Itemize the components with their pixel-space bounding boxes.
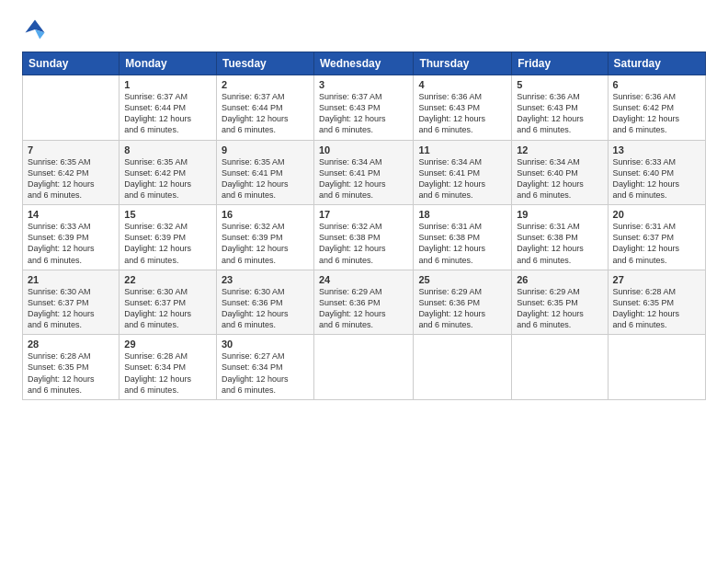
calendar-cell: 10Sunrise: 6:34 AM Sunset: 6:41 PM Dayli… [313,140,413,205]
calendar-cell: 7Sunrise: 6:35 AM Sunset: 6:42 PM Daylig… [23,140,119,205]
calendar-cell [23,75,119,141]
day-info: Sunrise: 6:30 AM Sunset: 6:37 PM Dayligh… [124,286,211,331]
calendar-cell: 6Sunrise: 6:36 AM Sunset: 6:42 PM Daylig… [608,75,705,141]
day-number: 25 [418,274,506,285]
calendar-header-row: SundayMondayTuesdayWednesdayThursdayFrid… [23,52,706,75]
logo [22,17,51,42]
day-info: Sunrise: 6:36 AM Sunset: 6:43 PM Dayligh… [517,91,602,136]
day-number: 29 [124,339,211,350]
calendar-cell: 26Sunrise: 6:29 AM Sunset: 6:35 PM Dayli… [512,270,608,335]
day-number: 21 [28,274,114,285]
calendar-day-header: Saturday [608,52,705,75]
day-number: 11 [418,144,506,155]
day-number: 19 [517,209,602,220]
calendar-day-header: Tuesday [216,52,313,75]
calendar-cell: 3Sunrise: 6:37 AM Sunset: 6:43 PM Daylig… [313,75,413,141]
day-number: 1 [124,79,211,90]
calendar-cell: 21Sunrise: 6:30 AM Sunset: 6:37 PM Dayli… [23,270,119,335]
calendar-cell: 22Sunrise: 6:30 AM Sunset: 6:37 PM Dayli… [119,270,217,335]
day-info: Sunrise: 6:28 AM Sunset: 6:35 PM Dayligh… [28,350,114,396]
calendar-cell: 30Sunrise: 6:27 AM Sunset: 6:34 PM Dayli… [216,335,313,400]
calendar-week-row: 1Sunrise: 6:37 AM Sunset: 6:44 PM Daylig… [23,75,706,141]
day-number: 8 [124,144,211,155]
calendar-day-header: Wednesday [313,52,413,75]
header [22,17,706,42]
calendar-week-row: 14Sunrise: 6:33 AM Sunset: 6:39 PM Dayli… [23,205,706,270]
day-number: 26 [517,274,602,285]
calendar-cell: 14Sunrise: 6:33 AM Sunset: 6:39 PM Dayli… [23,205,119,270]
calendar-cell: 18Sunrise: 6:31 AM Sunset: 6:38 PM Dayli… [414,205,512,270]
day-number: 4 [418,79,506,90]
day-number: 27 [613,274,700,285]
day-number: 18 [418,209,506,220]
calendar-day-header: Sunday [23,52,119,75]
calendar-cell: 4Sunrise: 6:36 AM Sunset: 6:43 PM Daylig… [414,75,512,141]
day-info: Sunrise: 6:29 AM Sunset: 6:36 PM Dayligh… [418,286,506,331]
calendar-cell: 25Sunrise: 6:29 AM Sunset: 6:36 PM Dayli… [414,270,512,335]
day-info: Sunrise: 6:37 AM Sunset: 6:44 PM Dayligh… [222,91,309,136]
day-info: Sunrise: 6:34 AM Sunset: 6:40 PM Dayligh… [517,156,602,201]
calendar-cell: 13Sunrise: 6:33 AM Sunset: 6:40 PM Dayli… [608,140,705,205]
calendar-cell: 19Sunrise: 6:31 AM Sunset: 6:38 PM Dayli… [512,205,608,270]
day-info: Sunrise: 6:35 AM Sunset: 6:41 PM Dayligh… [222,156,309,201]
calendar-cell: 8Sunrise: 6:35 AM Sunset: 6:42 PM Daylig… [119,140,217,205]
day-info: Sunrise: 6:37 AM Sunset: 6:43 PM Dayligh… [319,91,408,136]
day-number: 5 [517,79,602,90]
day-number: 12 [517,144,602,155]
calendar-cell [512,335,608,400]
calendar-cell: 28Sunrise: 6:28 AM Sunset: 6:35 PM Dayli… [23,335,119,400]
day-number: 15 [124,209,211,220]
page: SundayMondayTuesdayWednesdayThursdayFrid… [0,0,728,563]
calendar-cell [608,335,705,400]
calendar-cell: 9Sunrise: 6:35 AM Sunset: 6:41 PM Daylig… [216,140,313,205]
calendar-day-header: Thursday [414,52,512,75]
day-number: 14 [28,209,114,220]
day-number: 7 [28,144,114,155]
day-number: 24 [319,274,408,285]
day-number: 3 [319,79,408,90]
day-number: 23 [222,274,309,285]
day-info: Sunrise: 6:30 AM Sunset: 6:36 PM Dayligh… [222,286,309,331]
calendar-cell [313,335,413,400]
day-number: 16 [222,209,309,220]
day-number: 20 [613,209,700,220]
calendar-cell: 17Sunrise: 6:32 AM Sunset: 6:38 PM Dayli… [313,205,413,270]
calendar: SundayMondayTuesdayWednesdayThursdayFrid… [22,52,706,400]
calendar-week-row: 28Sunrise: 6:28 AM Sunset: 6:35 PM Dayli… [23,335,706,400]
calendar-cell: 29Sunrise: 6:28 AM Sunset: 6:34 PM Dayli… [119,335,217,400]
day-info: Sunrise: 6:28 AM Sunset: 6:34 PM Dayligh… [124,350,211,396]
day-info: Sunrise: 6:27 AM Sunset: 6:34 PM Dayligh… [222,350,309,396]
day-info: Sunrise: 6:28 AM Sunset: 6:35 PM Dayligh… [613,286,700,331]
day-info: Sunrise: 6:36 AM Sunset: 6:42 PM Dayligh… [613,91,700,136]
day-number: 30 [222,339,309,350]
day-number: 10 [319,144,408,155]
day-info: Sunrise: 6:35 AM Sunset: 6:42 PM Dayligh… [124,156,211,201]
day-info: Sunrise: 6:32 AM Sunset: 6:39 PM Dayligh… [124,221,211,266]
calendar-week-row: 21Sunrise: 6:30 AM Sunset: 6:37 PM Dayli… [23,270,706,335]
logo-icon [22,17,48,42]
calendar-cell: 23Sunrise: 6:30 AM Sunset: 6:36 PM Dayli… [216,270,313,335]
day-info: Sunrise: 6:36 AM Sunset: 6:43 PM Dayligh… [418,91,506,136]
day-info: Sunrise: 6:31 AM Sunset: 6:38 PM Dayligh… [517,221,602,266]
day-number: 2 [222,79,309,90]
day-info: Sunrise: 6:32 AM Sunset: 6:39 PM Dayligh… [222,221,309,266]
calendar-cell: 20Sunrise: 6:31 AM Sunset: 6:37 PM Dayli… [608,205,705,270]
calendar-cell: 1Sunrise: 6:37 AM Sunset: 6:44 PM Daylig… [119,75,217,141]
day-info: Sunrise: 6:34 AM Sunset: 6:41 PM Dayligh… [319,156,408,201]
day-number: 22 [124,274,211,285]
day-info: Sunrise: 6:37 AM Sunset: 6:44 PM Dayligh… [124,91,211,136]
calendar-cell: 12Sunrise: 6:34 AM Sunset: 6:40 PM Dayli… [512,140,608,205]
day-info: Sunrise: 6:33 AM Sunset: 6:39 PM Dayligh… [28,221,114,266]
day-number: 28 [28,339,114,350]
calendar-cell: 24Sunrise: 6:29 AM Sunset: 6:36 PM Dayli… [313,270,413,335]
calendar-cell: 5Sunrise: 6:36 AM Sunset: 6:43 PM Daylig… [512,75,608,141]
calendar-cell: 15Sunrise: 6:32 AM Sunset: 6:39 PM Dayli… [119,205,217,270]
day-info: Sunrise: 6:31 AM Sunset: 6:38 PM Dayligh… [418,221,506,266]
calendar-cell: 16Sunrise: 6:32 AM Sunset: 6:39 PM Dayli… [216,205,313,270]
calendar-cell: 11Sunrise: 6:34 AM Sunset: 6:41 PM Dayli… [414,140,512,205]
calendar-day-header: Friday [512,52,608,75]
calendar-day-header: Monday [119,52,217,75]
day-info: Sunrise: 6:30 AM Sunset: 6:37 PM Dayligh… [28,286,114,331]
day-number: 13 [613,144,700,155]
day-info: Sunrise: 6:33 AM Sunset: 6:40 PM Dayligh… [613,156,700,201]
